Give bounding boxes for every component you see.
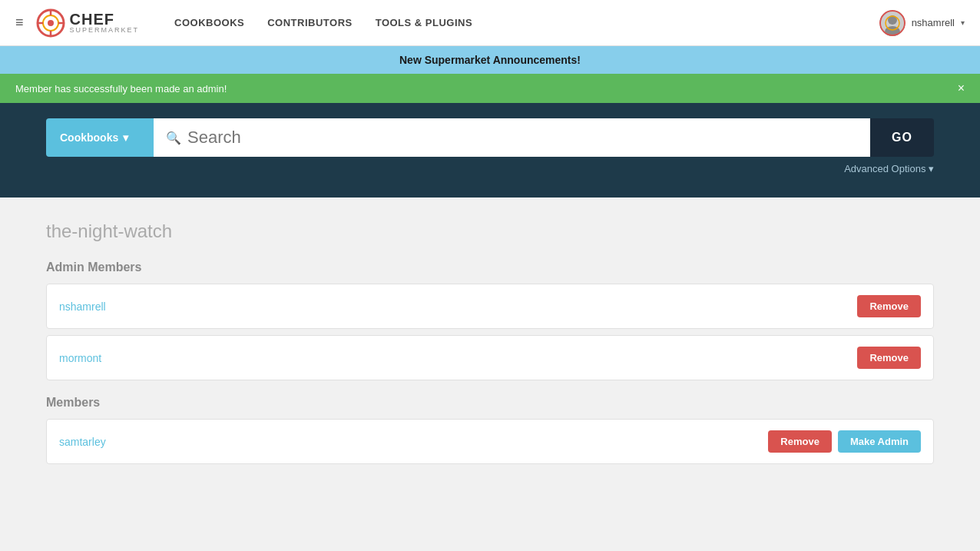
logo-sub-text: SUPERMARKET (70, 27, 140, 34)
logo-text: CHEF SUPERMARKET (70, 12, 140, 34)
navbar: ≡ CHEF SUPERMARKET COOKBOOKS CONTRIBUTOR… (0, 0, 980, 46)
content: the-night-watch Admin Members nshamrell … (0, 197, 980, 493)
search-section: Cookbooks ▾ 🔍 GO Advanced Options ▾ (0, 103, 980, 197)
admin-member-name-nshamrell[interactable]: nshamrell (59, 300, 106, 313)
members-title: Members (46, 396, 934, 410)
search-dropdown-caret: ▾ (123, 131, 128, 144)
navbar-left: ≡ CHEF SUPERMARKET COOKBOOKS CONTRIBUTOR… (15, 8, 472, 38)
search-input-wrap: 🔍 (154, 118, 870, 157)
svg-point-2 (48, 20, 54, 26)
navbar-right: nshamrell ▾ (879, 10, 965, 36)
remove-mormont-button[interactable]: Remove (857, 347, 921, 369)
make-admin-samtarley-button[interactable]: Make Admin (838, 430, 921, 453)
user-name: nshamrell (912, 17, 955, 28)
search-category-label: Cookbooks (60, 131, 118, 144)
member-actions-samtarley: Remove Make Admin (768, 430, 921, 453)
admin-member-name-mormont[interactable]: mormont (59, 352, 101, 364)
user-avatar (879, 10, 906, 36)
success-message: Member has successfully been made an adm… (15, 83, 227, 95)
logo-icon (36, 8, 65, 38)
search-icon: 🔍 (166, 131, 181, 145)
remove-samtarley-button[interactable]: Remove (768, 430, 832, 453)
nav-contributors[interactable]: CONTRIBUTORS (267, 17, 352, 28)
member-card-samtarley: samtarley Remove Make Admin (46, 419, 934, 464)
org-title: the-night-watch (46, 221, 934, 242)
advanced-options-icon: ▾ (929, 163, 934, 174)
announcement-text: New Supermarket Announcements! (399, 54, 581, 66)
avatar-icon (879, 10, 906, 36)
remove-nshamrell-button[interactable]: Remove (857, 295, 921, 317)
search-input[interactable] (187, 128, 858, 148)
success-close-button[interactable]: × (958, 81, 965, 95)
advanced-options-label: Advanced Options (844, 163, 925, 174)
admin-member-card-mormont: mormont Remove (46, 335, 934, 380)
logo-chef-text: CHEF (70, 12, 140, 27)
admin-member-card-nshamrell: nshamrell Remove (46, 284, 934, 329)
main-nav: COOKBOOKS CONTRIBUTORS TOOLS & PLUGINS (174, 17, 472, 28)
announcement-bar: New Supermarket Announcements! (0, 46, 980, 74)
admin-members-title: Admin Members (46, 261, 934, 274)
hamburger-icon[interactable]: ≡ (15, 15, 24, 31)
search-row: Cookbooks ▾ 🔍 GO (46, 118, 934, 157)
nav-cookbooks[interactable]: COOKBOOKS (174, 17, 244, 28)
user-dropdown-caret[interactable]: ▾ (961, 18, 965, 27)
nav-tools-plugins[interactable]: TOOLS & PLUGINS (376, 17, 472, 28)
search-go-button[interactable]: GO (870, 118, 934, 157)
advanced-options[interactable]: Advanced Options ▾ (46, 163, 934, 174)
search-category-dropdown[interactable]: Cookbooks ▾ (46, 118, 154, 157)
logo[interactable]: CHEF SUPERMARKET (36, 8, 140, 38)
success-bar: Member has successfully been made an adm… (0, 74, 980, 103)
member-name-samtarley[interactable]: samtarley (59, 436, 106, 448)
